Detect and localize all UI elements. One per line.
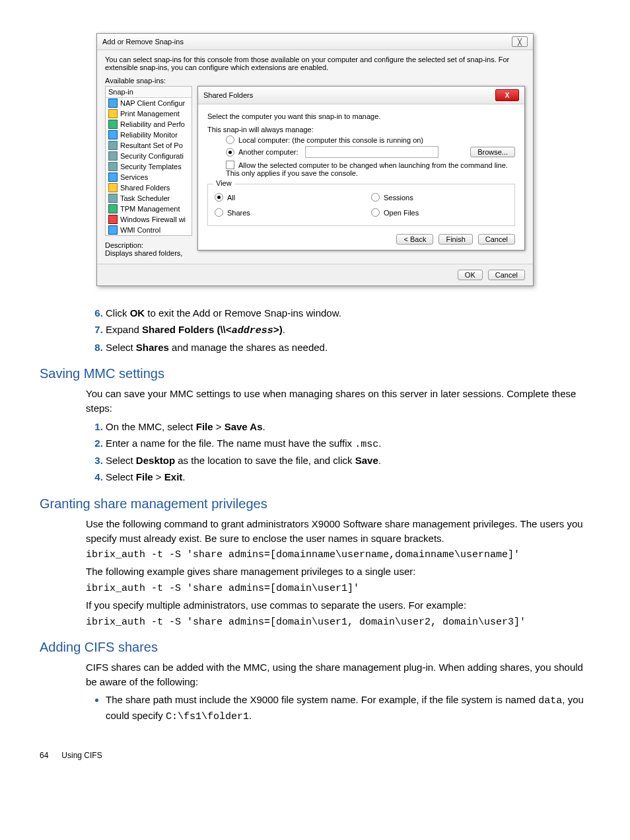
- page-footer: 64 Using CIFS: [40, 751, 590, 760]
- computer-name-input[interactable]: [305, 146, 438, 158]
- available-snapins-label: Available snap-ins:: [105, 77, 525, 85]
- radio-openfiles[interactable]: [371, 208, 380, 217]
- dialog-intro: You can select snap-ins for this console…: [105, 56, 525, 71]
- monitor-icon: [108, 130, 118, 139]
- list-item: Security Configurati: [106, 151, 192, 161]
- step-8: Select Shares and manage the shares as n…: [106, 340, 590, 355]
- tpm-icon: [108, 204, 118, 213]
- paragraph: The following example gives share manage…: [86, 564, 590, 579]
- finish-button[interactable]: Finish: [438, 234, 472, 245]
- cancel-button[interactable]: Cancel: [488, 270, 525, 280]
- radio-another-label: Another computer:: [238, 148, 298, 156]
- shared-folders-wizard: Shared Folders X Select the computer you…: [197, 86, 525, 250]
- paragraph: CIFS shares can be added with the MMC, u…: [86, 660, 590, 689]
- paragraph: If you specify multiple administrators, …: [86, 598, 590, 613]
- section-saving-mmc: Saving MMC settings: [40, 366, 590, 381]
- radio-local-label: Local computer: (the computer this conso…: [238, 136, 423, 144]
- list-header: Snap-in: [106, 87, 192, 98]
- perf-icon: [108, 120, 118, 129]
- step-2: Enter a name for the file. The name must…: [106, 436, 590, 452]
- step-3: Select Desktop as the location to save t…: [106, 453, 590, 468]
- services-icon: [108, 172, 118, 182]
- list-item: WMI Control: [106, 225, 192, 235]
- security-icon: [108, 151, 118, 161]
- paragraph: Use the following command to grant admin…: [86, 517, 590, 546]
- radio-shares[interactable]: [215, 208, 223, 217]
- steps-saving: On the MMC, select File > Save As. Enter…: [40, 420, 590, 484]
- radio-sessions[interactable]: [371, 193, 380, 202]
- step-1: On the MMC, select File > Save As.: [106, 420, 590, 434]
- dialog-title: Add or Remove Snap-ins: [102, 38, 184, 46]
- step-7: Expand Shared Folders (\\<address>).: [106, 323, 590, 338]
- manage-label: This snap-in will always manage:: [207, 126, 515, 134]
- step-4: Select File > Exit.: [106, 470, 590, 484]
- section-adding-cifs: Adding CIFS shares: [40, 640, 590, 655]
- section-intro: You can save your MMC settings to use wh…: [86, 387, 590, 416]
- view-groupbox: View All Sessions Shares Open Files: [207, 184, 515, 226]
- list-item: Security Templates: [106, 161, 192, 172]
- description-label: Description:: [105, 241, 191, 249]
- snapin-listbox[interactable]: Snap-in NAP Client Configur Print Manage…: [105, 86, 192, 236]
- rsop-icon: [108, 141, 118, 150]
- list-item: TPM Management: [106, 204, 192, 214]
- bullet-item: The share path must include the X9000 fi…: [106, 693, 590, 724]
- list-item: Resultant Set of Po: [106, 140, 192, 151]
- list-item: Print Management: [106, 108, 192, 119]
- page-number: 64: [40, 751, 59, 760]
- firewall-icon: [108, 215, 118, 224]
- chapter-title: Using CIFS: [61, 751, 102, 760]
- list-item: Services: [106, 172, 192, 182]
- view-legend: View: [213, 179, 234, 187]
- instruction-text: Select the computer you want this snap-i…: [207, 112, 515, 120]
- list-item: Shared Folders: [106, 182, 192, 193]
- section-granting-privileges: Granting share management privileges: [40, 496, 590, 512]
- command-example-1: ibrix_auth -t -S 'share admins=[domainna…: [86, 549, 590, 560]
- list-item: Task Scheduler: [106, 193, 192, 204]
- command-example-2: ibrix_auth -t -S 'share admins=[domain\u…: [86, 583, 590, 594]
- wmi-icon: [108, 225, 118, 235]
- nap-icon: [108, 98, 118, 108]
- close-icon[interactable]: X: [495, 89, 519, 101]
- shared-folders-icon: [108, 183, 118, 192]
- browse-button[interactable]: Browse...: [470, 147, 515, 157]
- list-item: Reliability Monitor: [106, 130, 192, 140]
- list-item: NAP Client Configur: [106, 98, 192, 108]
- radio-another[interactable]: [226, 148, 234, 157]
- radio-local[interactable]: [226, 135, 234, 144]
- steps-continued: Click OK to exit the Add or Remove Snap-…: [40, 306, 590, 354]
- back-button[interactable]: < Back: [396, 234, 433, 245]
- allow-change-checkbox[interactable]: [226, 161, 234, 169]
- templates-icon: [108, 162, 118, 171]
- ok-button[interactable]: OK: [458, 270, 483, 280]
- printer-icon: [108, 109, 118, 118]
- inner-title: Shared Folders: [203, 91, 253, 99]
- description-text: Displays shared folders,: [105, 249, 191, 257]
- step-6: Click OK to exit the Add or Remove Snap-…: [106, 306, 590, 321]
- cancel-button[interactable]: Cancel: [478, 234, 515, 245]
- screenshot-add-remove-snapins: Add or Remove Snap-ins ╳ You can select …: [96, 33, 534, 286]
- list-item: Reliability and Perfo: [106, 119, 192, 130]
- allow-change-label: Allow the selected computer to be change…: [226, 161, 508, 177]
- bullet-list: The share path must include the X9000 fi…: [40, 693, 590, 724]
- list-item: Windows Firewall wi: [106, 214, 192, 225]
- command-example-3: ibrix_auth -t -S 'share admins=[domain\u…: [86, 617, 590, 628]
- clock-icon: [108, 194, 118, 203]
- close-icon[interactable]: ╳: [512, 36, 528, 47]
- radio-all[interactable]: [215, 193, 223, 202]
